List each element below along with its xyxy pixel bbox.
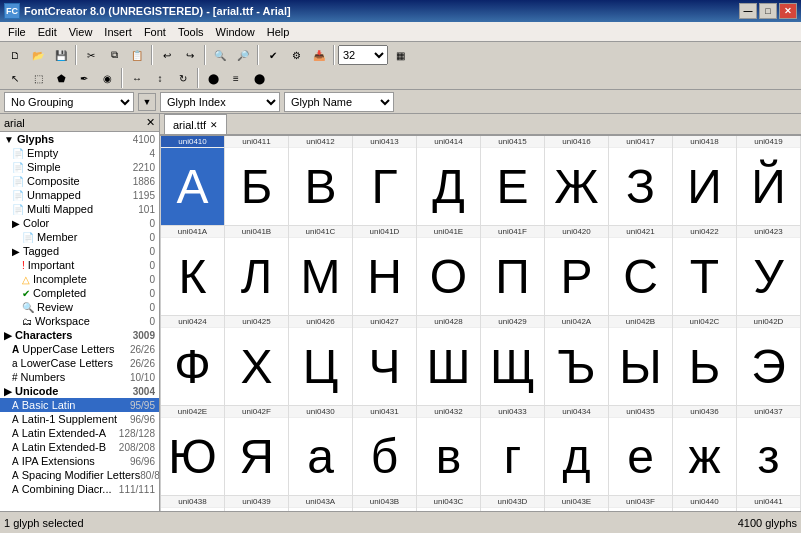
glyph-cell[interactable]: uni043Dн <box>481 496 545 511</box>
glyph-cell[interactable]: uni0429Щ <box>481 316 545 406</box>
glyph-cell[interactable]: uni043Aк <box>289 496 353 511</box>
glyph-cell[interactable]: uni0424Ф <box>161 316 225 406</box>
glyph-index-select[interactable]: Glyph Index Unicode Value Glyph Name <box>160 92 280 112</box>
sidebar-item-important[interactable]: ! Important 0 <box>0 258 159 272</box>
select-tool[interactable]: ⬚ <box>27 67 49 89</box>
sidebar-item-latin-ext-a[interactable]: A Latin Extended-A 128/128 <box>0 426 159 440</box>
glyph-cell[interactable]: uni043Fп <box>609 496 673 511</box>
sidebar-item-glyphs[interactable]: ▼ Glyphs 4100 <box>0 132 159 146</box>
glyph-cell[interactable]: uni0431б <box>353 406 417 496</box>
sidebar-item-composite[interactable]: 📄 Composite 1886 <box>0 174 159 188</box>
move-tool[interactable]: ↖ <box>4 67 26 89</box>
glyph-cell[interactable]: uni0422Т <box>673 226 737 316</box>
glyph-cell[interactable]: uni0440р <box>673 496 737 511</box>
glyph-cell[interactable]: uni0417З <box>609 136 673 226</box>
glyph-cell[interactable]: uni042CЬ <box>673 316 737 406</box>
align-left-button[interactable]: ⬤ <box>202 67 224 89</box>
zoom-apply-button[interactable]: ▦ <box>389 44 411 66</box>
glyph-cell[interactable]: uni043Eо <box>545 496 609 511</box>
save-button[interactable]: 💾 <box>50 44 72 66</box>
glyph-cell[interactable]: uni0428Ш <box>417 316 481 406</box>
paste-button[interactable]: 📋 <box>126 44 148 66</box>
sidebar-item-numbers[interactable]: # Numbers 10/10 <box>0 370 159 384</box>
sidebar-item-latin1[interactable]: A Latin-1 Supplement 96/96 <box>0 412 159 426</box>
sidebar-item-multimapped[interactable]: 📄 Multi Mapped 101 <box>0 202 159 216</box>
glyph-cell[interactable]: uni0434д <box>545 406 609 496</box>
menu-insert[interactable]: Insert <box>98 24 138 40</box>
glyph-cell[interactable]: uni0421С <box>609 226 673 316</box>
sidebar-item-lowercase[interactable]: a LowerCase Letters 26/26 <box>0 356 159 370</box>
sidebar-item-combining[interactable]: A Combining Diacr... 111/111 <box>0 482 159 496</box>
glyph-cell[interactable]: uni0430а <box>289 406 353 496</box>
copy-button[interactable]: ⧉ <box>103 44 125 66</box>
menu-font[interactable]: Font <box>138 24 172 40</box>
glyph-cell[interactable]: uni0426Ц <box>289 316 353 406</box>
glyph-cell[interactable]: uni0435е <box>609 406 673 496</box>
glyph-cell[interactable]: uni042EЮ <box>161 406 225 496</box>
sidebar-item-unmapped[interactable]: 📄 Unmapped 1195 <box>0 188 159 202</box>
sidebar-item-simple[interactable]: 📄 Simple 2210 <box>0 160 159 174</box>
sidebar-item-review[interactable]: 🔍 Review 0 <box>0 300 159 314</box>
glyph-cell[interactable]: uni0441с <box>737 496 801 511</box>
glyph-cell[interactable]: uni043Bл <box>353 496 417 511</box>
close-button[interactable]: ✕ <box>779 3 797 19</box>
open-button[interactable]: 📂 <box>27 44 49 66</box>
glyph-cell[interactable]: uni0436ж <box>673 406 737 496</box>
sidebar-item-latin-ext-b[interactable]: A Latin Extended-B 208/208 <box>0 440 159 454</box>
glyph-cell[interactable]: uni0412В <box>289 136 353 226</box>
glyph-name-select[interactable]: Glyph Name Unicode Name <box>284 92 394 112</box>
maximize-button[interactable]: □ <box>759 3 777 19</box>
glyph-cell[interactable]: uni041BЛ <box>225 226 289 316</box>
grouping-select[interactable]: No Grouping By Unicode Block By Script <box>4 92 134 112</box>
glyph-cell[interactable]: uni043Cм <box>417 496 481 511</box>
sidebar-item-tagged[interactable]: ▶ Tagged 0 <box>0 244 159 258</box>
flip-v-button[interactable]: ↕ <box>149 67 171 89</box>
glyph-cell[interactable]: uni0439й <box>225 496 289 511</box>
glyph-cell[interactable]: uni041CМ <box>289 226 353 316</box>
grouping-settings-button[interactable]: ▼ <box>138 93 156 111</box>
glyph-cell[interactable]: uni041FП <box>481 226 545 316</box>
sidebar-item-incomplete[interactable]: △ Incomplete 0 <box>0 272 159 286</box>
sidebar-item-completed[interactable]: ✔ Completed 0 <box>0 286 159 300</box>
node-tool[interactable]: ◉ <box>96 67 118 89</box>
sidebar-item-empty[interactable]: 📄 Empty 4 <box>0 146 159 160</box>
align-right-button[interactable]: ⬤ <box>248 67 270 89</box>
glyph-cell[interactable]: uni0423У <box>737 226 801 316</box>
glyph-cell[interactable]: uni0437з <box>737 406 801 496</box>
menu-edit[interactable]: Edit <box>32 24 63 40</box>
zoom-select[interactable]: 321664 <box>338 45 388 65</box>
menu-tools[interactable]: Tools <box>172 24 210 40</box>
glyph-cell[interactable]: uni0411Б <box>225 136 289 226</box>
glyph-cell[interactable]: uni0414Д <box>417 136 481 226</box>
tab-arial[interactable]: arial.ttf ✕ <box>164 114 227 134</box>
zoom-out-button[interactable]: 🔎 <box>232 44 254 66</box>
glyph-cell[interactable]: uni0410А <box>161 136 225 226</box>
minimize-button[interactable]: — <box>739 3 757 19</box>
contour-tool[interactable]: ⬟ <box>50 67 72 89</box>
menu-file[interactable]: File <box>2 24 32 40</box>
align-center-button[interactable]: ≡ <box>225 67 247 89</box>
validate-button[interactable]: ✔ <box>262 44 284 66</box>
sidebar-item-characters[interactable]: ▶ Characters 3009 <box>0 328 159 342</box>
glyph-cell[interactable]: uni042AЪ <box>545 316 609 406</box>
glyph-cell[interactable]: uni042FЯ <box>225 406 289 496</box>
glyph-cell[interactable]: uni041AК <box>161 226 225 316</box>
new-button[interactable]: 🗋 <box>4 44 26 66</box>
glyph-cell[interactable]: uni0433г <box>481 406 545 496</box>
menu-help[interactable]: Help <box>261 24 296 40</box>
undo-button[interactable]: ↩ <box>156 44 178 66</box>
rotate-button[interactable]: ↻ <box>172 67 194 89</box>
sidebar-item-spacing-modifier[interactable]: A Spacing Modifier Letters 80/80 <box>0 468 159 482</box>
menu-window[interactable]: Window <box>210 24 261 40</box>
sidebar-item-basic-latin[interactable]: A Basic Latin 95/95 <box>0 398 159 412</box>
glyph-cell[interactable]: uni0418И <box>673 136 737 226</box>
glyph-cell[interactable]: uni0419Й <box>737 136 801 226</box>
sidebar-close-button[interactable]: ✕ <box>146 116 155 129</box>
cut-button[interactable]: ✂ <box>80 44 102 66</box>
install-button[interactable]: 📥 <box>308 44 330 66</box>
glyph-cell[interactable]: uni0432в <box>417 406 481 496</box>
sidebar-item-member[interactable]: 📄 Member 0 <box>0 230 159 244</box>
glyph-cell[interactable]: uni0427Ч <box>353 316 417 406</box>
glyph-cell[interactable]: uni041EО <box>417 226 481 316</box>
redo-button[interactable]: ↪ <box>179 44 201 66</box>
